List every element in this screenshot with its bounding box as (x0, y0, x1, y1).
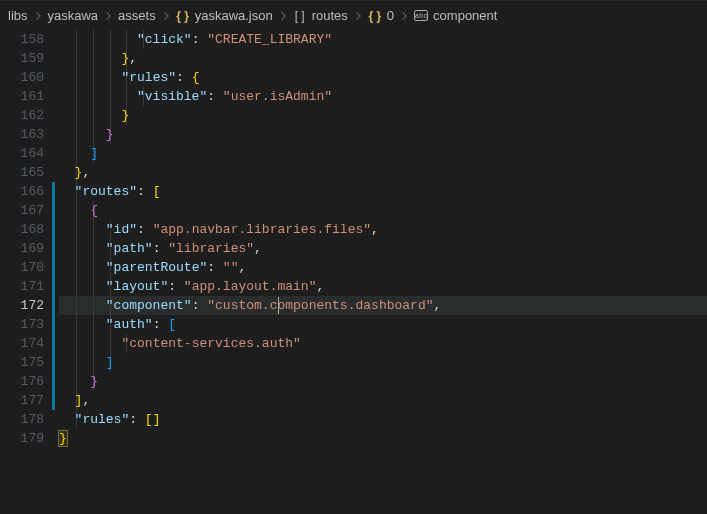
code-content: "visible": "user.isAdmin" (59, 87, 332, 106)
json-array-icon: [ ] (293, 9, 307, 23)
line-number: 171 (0, 277, 44, 296)
code-editor[interactable]: 1581591601611621631641651661671681691701… (0, 30, 707, 514)
code-line[interactable]: "component": "custom.components.dashboar… (59, 296, 707, 315)
line-number: 160 (0, 68, 44, 87)
code-line[interactable]: } (59, 106, 707, 125)
line-number: 177 (0, 391, 44, 410)
code-line[interactable]: }, (59, 49, 707, 68)
breadcrumb-item[interactable]: libs (8, 8, 28, 23)
breadcrumb-label: assets (118, 8, 156, 23)
code-line[interactable]: "id": "app.navbar.libraries.files", (59, 220, 707, 239)
line-number: 170 (0, 258, 44, 277)
code-content: }, (59, 49, 137, 68)
code-line[interactable]: "auth": [ (59, 315, 707, 334)
code-line[interactable]: "routes": [ (59, 182, 707, 201)
code-content: } (59, 429, 67, 448)
line-number: 166 (0, 182, 44, 201)
code-content: } (59, 125, 114, 144)
code-content: "rules": { (59, 68, 199, 87)
line-number: 173 (0, 315, 44, 334)
code-area[interactable]: "click": "CREATE_LIBRARY" }, "rules": { … (59, 30, 707, 514)
line-number: 165 (0, 163, 44, 182)
code-content: "parentRoute": "", (59, 258, 246, 277)
code-line[interactable]: } (59, 125, 707, 144)
breadcrumb: libsyaskawaassets{ }yaskawa.json[ ]route… (0, 0, 707, 30)
code-content: "component": "custom.components.dashboar… (59, 296, 441, 315)
code-content: }, (59, 163, 90, 182)
code-line[interactable]: "path": "libraries", (59, 239, 707, 258)
code-content: ] (59, 353, 114, 372)
code-line[interactable]: ] (59, 144, 707, 163)
line-number: 159 (0, 49, 44, 68)
chevron-right-icon (102, 10, 114, 22)
line-number: 168 (0, 220, 44, 239)
breadcrumb-label: component (433, 8, 497, 23)
breadcrumb-label: libs (8, 8, 28, 23)
code-line[interactable]: ] (59, 353, 707, 372)
chevron-right-icon (160, 10, 172, 22)
code-line[interactable]: "rules": [] (59, 410, 707, 429)
code-content: "layout": "app.layout.main", (59, 277, 324, 296)
line-number: 164 (0, 144, 44, 163)
breadcrumb-item[interactable]: [ ]routes (293, 8, 348, 23)
line-number: 163 (0, 125, 44, 144)
breadcrumb-label: 0 (387, 8, 394, 23)
code-line[interactable]: } (59, 372, 707, 391)
chevron-right-icon (352, 10, 364, 22)
line-number-gutter: 1581591601611621631641651661671681691701… (0, 30, 52, 514)
code-content: "content-services.auth" (59, 334, 301, 353)
line-number: 175 (0, 353, 44, 372)
line-number: 167 (0, 201, 44, 220)
breadcrumb-label: yaskawa.json (195, 8, 273, 23)
chevron-right-icon (277, 10, 289, 22)
line-number: 179 (0, 429, 44, 448)
code-line[interactable]: { (59, 201, 707, 220)
code-line[interactable]: }, (59, 163, 707, 182)
line-number: 178 (0, 410, 44, 429)
code-line[interactable]: } (59, 429, 707, 448)
code-content: "click": "CREATE_LIBRARY" (59, 30, 332, 49)
breadcrumb-item[interactable]: { }0 (368, 8, 394, 23)
json-braces-icon: { } (176, 9, 190, 23)
line-number: 162 (0, 106, 44, 125)
code-content: } (59, 372, 98, 391)
breadcrumb-label: routes (312, 8, 348, 23)
code-content: "rules": [] (59, 410, 160, 429)
code-line[interactable]: "rules": { (59, 68, 707, 87)
code-content: "path": "libraries", (59, 239, 262, 258)
line-number: 158 (0, 30, 44, 49)
breadcrumb-item[interactable]: { }yaskawa.json (176, 8, 273, 23)
chevron-right-icon (32, 10, 44, 22)
code-line[interactable]: "parentRoute": "", (59, 258, 707, 277)
line-number: 174 (0, 334, 44, 353)
breadcrumb-item[interactable]: abccomponent (414, 8, 497, 23)
code-content: "routes": [ (59, 182, 160, 201)
json-braces-icon: { } (368, 9, 382, 23)
json-string-icon: abc (414, 9, 428, 23)
code-content: } (59, 106, 129, 125)
code-line[interactable]: "click": "CREATE_LIBRARY" (59, 30, 707, 49)
code-line[interactable]: "layout": "app.layout.main", (59, 277, 707, 296)
code-line[interactable]: ], (59, 391, 707, 410)
code-content: ] (59, 144, 98, 163)
code-content: "id": "app.navbar.libraries.files", (59, 220, 379, 239)
code-line[interactable]: "visible": "user.isAdmin" (59, 87, 707, 106)
code-content: { (59, 201, 98, 220)
line-number: 169 (0, 239, 44, 258)
line-number: 176 (0, 372, 44, 391)
line-number: 172 (0, 296, 44, 315)
code-content: "auth": [ (59, 315, 176, 334)
chevron-right-icon (398, 10, 410, 22)
breadcrumb-item[interactable]: yaskawa (48, 8, 99, 23)
breadcrumb-label: yaskawa (48, 8, 99, 23)
code-content: ], (59, 391, 90, 410)
line-number: 161 (0, 87, 44, 106)
text-cursor (278, 297, 279, 314)
breadcrumb-item[interactable]: assets (118, 8, 156, 23)
code-line[interactable]: "content-services.auth" (59, 334, 707, 353)
